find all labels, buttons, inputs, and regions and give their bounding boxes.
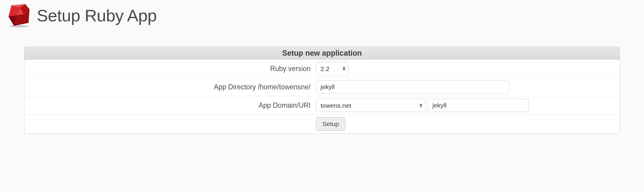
page-header: Setup Ruby App <box>0 0 644 35</box>
row-app-directory: App Directory /home/towensne/ <box>24 78 620 96</box>
page-title: Setup Ruby App <box>37 6 157 25</box>
app-directory-input[interactable] <box>316 80 509 94</box>
app-uri-input[interactable] <box>428 99 529 112</box>
row-ruby-version: Ruby version 2.2 <box>24 60 620 78</box>
content-area: Setup new application Ruby version 2.2 A… <box>0 35 644 140</box>
row-app-domain: App Domain/URI towens.net <box>24 96 620 115</box>
ruby-icon <box>7 3 31 28</box>
setup-panel: Setup new application Ruby version 2.2 A… <box>24 47 620 134</box>
ruby-version-label: Ruby version <box>24 65 316 73</box>
app-directory-label: App Directory /home/towensne/ <box>24 83 316 91</box>
row-submit: Setup <box>24 115 620 133</box>
app-domain-label: App Domain/URI <box>24 101 316 110</box>
panel-title: Setup new application <box>24 47 620 60</box>
app-domain-select[interactable]: towens.net <box>316 99 425 112</box>
ruby-version-select[interactable]: 2.2 <box>316 62 349 75</box>
setup-button[interactable]: Setup <box>316 117 345 131</box>
svg-point-0 <box>10 25 28 27</box>
